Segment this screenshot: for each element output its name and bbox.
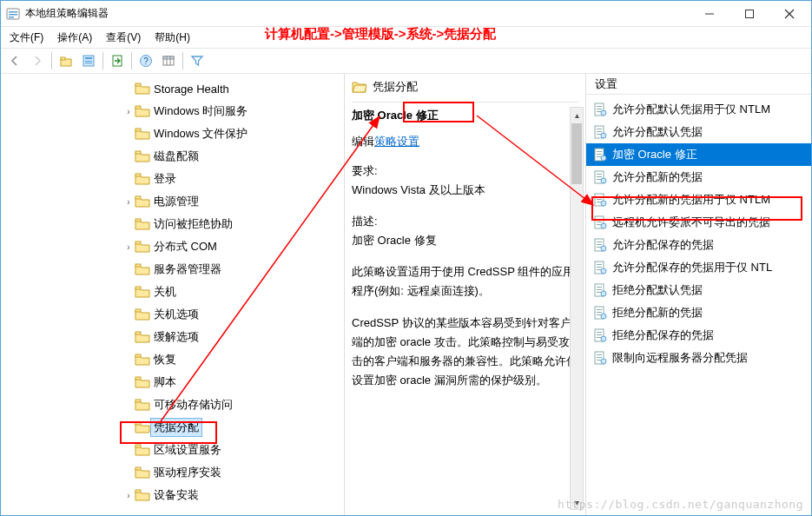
policy-icon — [593, 238, 607, 252]
tree-item[interactable]: 区域设置服务 — [1, 439, 344, 461]
settings-item[interactable]: 限制向远程服务器分配凭据 — [586, 347, 811, 369]
svg-rect-82 — [597, 289, 602, 290]
tree-item[interactable]: Storage Health — [1, 77, 344, 100]
svg-point-79 — [601, 268, 606, 274]
tree-item[interactable]: 关机选项 — [1, 303, 344, 326]
folder-icon — [135, 81, 150, 96]
policy-icon — [593, 351, 607, 365]
tree-item-label: 区域设置服务 — [154, 442, 221, 458]
settings-item[interactable]: 允许分配保存的凭据用于仅 NTL — [586, 256, 811, 279]
edit-policy-link[interactable]: 策略设置 — [374, 135, 419, 148]
svg-rect-52 — [597, 154, 602, 155]
toolbar-columns-button[interactable] — [158, 50, 179, 71]
toolbar-properties-button[interactable] — [78, 50, 99, 71]
svg-point-89 — [601, 314, 606, 319]
expander-icon[interactable]: › — [122, 491, 135, 500]
expander-icon[interactable]: › — [122, 197, 135, 207]
tree-item[interactable]: 磁盘配额 — [1, 145, 344, 168]
scroll-up-icon[interactable]: ▴ — [571, 108, 583, 122]
app-window: 本地组策略编辑器 文件(F) 操作(A) 查看(V) 帮助(H) ? — [0, 0, 812, 516]
tree-item-label: 缓解选项 — [154, 329, 199, 345]
minimize-button[interactable] — [690, 1, 729, 26]
tree-item-label: Windows 时间服务 — [154, 103, 248, 119]
tree-item[interactable]: 脚本 — [1, 371, 344, 394]
settings-item[interactable]: 拒绝分配保存的凭据 — [586, 324, 811, 347]
svg-rect-42 — [597, 109, 602, 109]
settings-item[interactable]: 允许分配新的凭据 — [586, 166, 811, 189]
svg-point-74 — [601, 246, 606, 251]
detail-scrollbar[interactable]: ▴ ▾ — [570, 107, 584, 510]
folder-icon — [135, 216, 150, 232]
tree-item[interactable]: 驱动程序安装 — [1, 461, 344, 484]
menu-help[interactable]: 帮助(H) — [149, 29, 195, 47]
tree-item[interactable]: Windows 文件保护 — [1, 122, 344, 145]
tree-item[interactable]: ›设备安装 — [1, 484, 344, 506]
settings-list-panel: 设置 允许分配默认凭据用于仅 NTLM允许分配默认凭据加密 Oracle 修正允… — [586, 74, 811, 515]
toolbar: ? — [1, 48, 811, 74]
svg-text:?: ? — [143, 56, 149, 66]
expander-icon[interactable]: › — [122, 107, 135, 116]
svg-rect-77 — [597, 267, 602, 268]
settings-item[interactable]: 拒绝分配新的凭据 — [586, 301, 811, 324]
policy-icon — [593, 328, 607, 342]
expander-icon[interactable]: › — [122, 242, 135, 252]
settings-item[interactable]: 允许分配默认凭据 — [586, 121, 811, 143]
tree-item[interactable]: 关机 — [1, 281, 344, 303]
tree-item[interactable]: ›Windows 时间服务 — [1, 100, 344, 122]
menu-action[interactable]: 操作(A) — [52, 29, 97, 47]
tree-item[interactable]: 缓解选项 — [1, 326, 344, 348]
tree-item-label: 分布式 COM — [154, 239, 217, 255]
svg-rect-86 — [597, 309, 602, 310]
menu-view[interactable]: 查看(V) — [101, 29, 146, 47]
settings-item[interactable]: 允许分配新的凭据用于仅 NTLM — [586, 189, 811, 211]
svg-rect-56 — [597, 174, 602, 175]
tree-item-label: Storage Health — [154, 83, 229, 96]
scroll-thumb[interactable] — [571, 123, 582, 184]
svg-point-54 — [601, 155, 606, 161]
tree-item[interactable]: ›分布式 COM — [1, 235, 344, 258]
menu-file[interactable]: 文件(F) — [4, 29, 49, 47]
svg-rect-5 — [746, 10, 754, 17]
toolbar-help-button[interactable]: ? — [135, 50, 156, 71]
tree-item[interactable]: 登录 — [1, 168, 344, 190]
settings-item-label: 允许分配新的凭据用于仅 NTLM — [612, 192, 770, 208]
svg-rect-3 — [9, 17, 14, 18]
svg-rect-12 — [85, 61, 92, 62]
tree-item-label: 凭据分配 — [151, 419, 201, 436]
detail-header: 凭据分配 — [352, 79, 578, 95]
folder-open-icon — [352, 79, 367, 95]
settings-item[interactable]: 加密 Oracle 修正 — [586, 143, 811, 166]
tree-item[interactable]: ›电源管理 — [1, 190, 344, 213]
toolbar-up-button[interactable] — [56, 50, 76, 71]
tree-panel[interactable]: Storage Health›Windows 时间服务Windows 文件保护磁… — [1, 74, 345, 515]
toolbar-export-button[interactable] — [107, 50, 128, 71]
description-value: 加密 Oracle 修复 — [352, 231, 578, 250]
tree-item[interactable]: 访问被拒绝协助 — [1, 213, 344, 235]
toolbar-back-button[interactable] — [4, 50, 25, 71]
close-button[interactable] — [769, 1, 809, 26]
settings-item[interactable]: 远程机允许委派不可导出的凭据 — [586, 211, 811, 234]
maximize-button[interactable] — [729, 1, 769, 26]
settings-column-header[interactable]: 设置 — [586, 74, 811, 95]
tree-item-label: 恢复 — [154, 352, 176, 367]
settings-item[interactable]: 允许分配保存的凭据 — [586, 234, 811, 256]
svg-rect-30 — [135, 287, 141, 289]
scroll-down-icon[interactable]: ▾ — [571, 495, 583, 509]
folder-icon — [135, 239, 150, 255]
settings-item[interactable]: 允许分配默认凭据用于仅 NTLM — [586, 98, 811, 121]
tree-item[interactable]: 恢复 — [1, 348, 344, 371]
tree-item[interactable]: 服务器管理器 — [1, 258, 344, 281]
settings-item[interactable]: 拒绝分配默认凭据 — [586, 279, 811, 301]
tree-item-label: 服务器管理器 — [154, 261, 221, 277]
svg-rect-21 — [135, 83, 141, 86]
toolbar-filter-button[interactable] — [187, 50, 208, 71]
svg-rect-18 — [163, 56, 174, 59]
tree-item[interactable]: 凭据分配 — [1, 416, 344, 439]
svg-rect-76 — [597, 264, 602, 265]
folder-icon — [135, 307, 150, 322]
settings-item-label: 拒绝分配新的凭据 — [612, 305, 703, 321]
folder-icon — [135, 374, 150, 390]
toolbar-forward-button[interactable] — [27, 50, 48, 71]
tree-item[interactable]: 可移动存储访问 — [1, 394, 344, 416]
svg-rect-71 — [597, 241, 602, 242]
